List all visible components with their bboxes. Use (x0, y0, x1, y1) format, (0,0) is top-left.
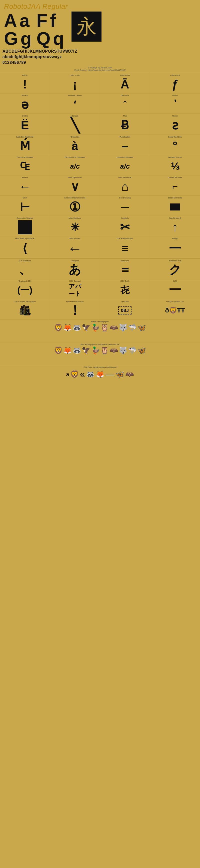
cell-dingbats: Dingbats ✂ (100, 216, 150, 236)
cell-hiragana: Hiragana あ (50, 258, 100, 279)
cell-miscpic-row: Misc Pictographs / Sundanese / Bamum Ext… (0, 342, 200, 365)
cell-cjksym: CJK Symbols 、 (0, 258, 50, 279)
label-misctech: Misc Technical (102, 177, 148, 179)
kanji-box: 永 (72, 11, 102, 41)
source-text: Font Source: http://www.fontke.com/font/… (0, 69, 200, 71)
glyph-halfandfull: ！ (69, 303, 81, 318)
label-punctuation: Punctuation (102, 136, 148, 138)
glyph-block (170, 200, 180, 214)
emoji-9: 🦈 (128, 323, 137, 332)
label-geoshapes: Geometric Shapes (1, 217, 48, 219)
emoji-8: 🐺 (119, 323, 127, 332)
glyph-mathop: ∨ (71, 179, 79, 194)
supp-laquo: « (80, 369, 85, 380)
obj-box: OBJ (118, 306, 131, 314)
label-thai: Thai (102, 115, 148, 117)
emoji-7: 🦇 (110, 323, 118, 332)
label-bengali: Bengali (51, 115, 98, 117)
big-letter-a: a (19, 11, 30, 30)
cell-misctech: Misc Technical ⌂ (100, 176, 150, 195)
label-suparrows: Sup Arrows B (152, 217, 199, 219)
cell-miscsym: Misc Symbols ☀ (50, 216, 100, 236)
label-greek: Greek (152, 94, 199, 97)
emoji-p6: 🦉 (100, 346, 109, 354)
label-cjkexta: CJK Ext A (102, 280, 148, 282)
label-currency: Currency Symbols (1, 156, 48, 159)
big-letter-q: q (53, 30, 64, 48)
emoji-10: 🦋 (137, 323, 146, 332)
cell-bengali: Bengali ╲ (50, 114, 100, 134)
cell-latin1: Latin 1 Sup ¡ (50, 73, 100, 93)
glyph-cjkcompat: アパート (69, 283, 81, 298)
cell-enclosed: Enclosed Alphanumeric ① (50, 196, 100, 216)
cell-katakana: Katakana ＝ (100, 258, 150, 279)
grid-row-14: Misc Pictographs / Sundanese / Bamum Ext… (0, 342, 200, 365)
cell-katakanaext: Katakana Ext ク (150, 258, 200, 279)
emoji-1: 🦁 (54, 323, 63, 332)
grid-row-15: CJK Ext / Supplementary Multilingual a 🦁… (0, 365, 200, 388)
supp-dash: — (106, 369, 115, 380)
cell-diacritics: Diacritics ˆ (100, 93, 150, 114)
glyph-cjk: 一 (169, 283, 181, 298)
cell-batak-row: Batak / Pictographs 🦁 🦊 🦝 🦅 🦆 🦉 🦇 🐺 🦈 🦋 (0, 319, 200, 342)
label-kangxi: Kangxi (152, 237, 199, 240)
emoji-4: 🦅 (82, 323, 90, 332)
glyph-ipa: ə (21, 97, 29, 112)
emoji-p4: 🦅 (82, 346, 90, 354)
label-latin1: Latin 1 Sup (51, 74, 98, 77)
glyph-ocr: ⊢ (20, 200, 30, 214)
cell-cjkexta: CJK Ext A 㐂 (100, 279, 150, 299)
big-letter-A: A (4, 11, 17, 30)
grid-row-12: CJK Compat Ideographs 龜 Half And Full Fo… (0, 299, 200, 319)
glyph-misctech: ⌂ (121, 179, 128, 194)
label-enclosed: Enclosed Alphanumeric (51, 197, 98, 199)
cell-letterlike: Letterlike Symbols a/c (100, 155, 150, 175)
big-letter-g: g (21, 30, 32, 48)
supp-emoji5: 🦇 (125, 370, 134, 378)
grid-row-2: IPA Ext ə Modifier Letters ʻ Diacritics … (0, 93, 200, 114)
emoji-p3: 🦝 (73, 346, 81, 354)
lowercase-alphabet: abcdefghijklmnopqrstuvwxyz (2, 54, 198, 60)
copyright-text: © Design by fontke.com (0, 66, 200, 69)
digits: 0123456789 (2, 60, 198, 65)
glyph-hiragana: あ (69, 262, 81, 277)
cell-ocr: OCR ⊢ (0, 196, 50, 216)
grid-row-4: Latin Ext Additional Ḿ Greek Ext à Punct… (0, 134, 200, 155)
glyph-katakana: ＝ (119, 262, 131, 277)
glyph-bengali: ╲ (71, 118, 79, 133)
label-latinextb: Latin Ext B (152, 74, 199, 77)
cell-thai: Thai Ƀ (100, 114, 150, 134)
glyph-currency: ₠ (20, 159, 30, 174)
big-letter-Q: Q (37, 30, 50, 48)
label-cjkcompat: CJK Compat (51, 280, 98, 282)
font-title: RobotoJAA Regular (4, 2, 196, 10)
cell-cjkradicals: CJK Radicals Sup ≡ (100, 236, 150, 258)
label-ocr: OCR (1, 197, 48, 199)
glyph-khmer: ƨ (172, 118, 178, 133)
emoji-p9: 🦈 (128, 346, 137, 354)
cell-halfandfull: Half And Full Forms ！ (50, 299, 100, 319)
cell-cjkcompatideograph: CJK Compat Ideographs 龜 (0, 299, 50, 319)
alphabet-section: ABCDEFGHIJKLMNOPQRSTUVWXYZ abcdefghijklm… (0, 48, 200, 66)
uppercase-alphabet: ABCDEFGHIJKLMNOPQRSTUVWXYZ (2, 49, 198, 54)
grid-row-6: Arrows ← Math Operators ∨ Misc Technical… (0, 175, 200, 195)
page-container: RobotoJAA Regular A a G g F f Q q 永 (0, 0, 200, 389)
glyph-miscarrows: ← (68, 240, 82, 257)
glyph-geoshapes (18, 220, 32, 235)
cell-arrows: Arrows ← (0, 176, 50, 195)
grid-row-10: CJK Symbols 、 Hiragana あ Katakana ＝ Kata… (0, 258, 200, 279)
cell-numberforms: Number Forms ⅓ (150, 155, 200, 175)
cell-cjk: CJK 一 (150, 279, 200, 299)
cell-miscarrows: Misc Arrows ← (50, 236, 100, 258)
label-katakana: Katakana (102, 259, 148, 262)
label-supplement: CJK Ext / Supplementary Multilingual (1, 366, 199, 369)
cell-greekext: Greek Ext à (50, 135, 100, 155)
emoji-p10: 🦋 (137, 346, 146, 354)
label-miscarrows: Misc Arrows (51, 237, 98, 240)
label-block: Block Elements (152, 197, 199, 199)
cell-block: Block Elements (150, 196, 200, 216)
cell-hangul: Hangul Syllabic List ð🦁ŦŦ (150, 299, 200, 319)
cell-geoshapes: Geometric Shapes (0, 216, 50, 236)
glyph-greek: ʽ (174, 97, 176, 112)
label-hiragana: Hiragana (51, 259, 98, 262)
